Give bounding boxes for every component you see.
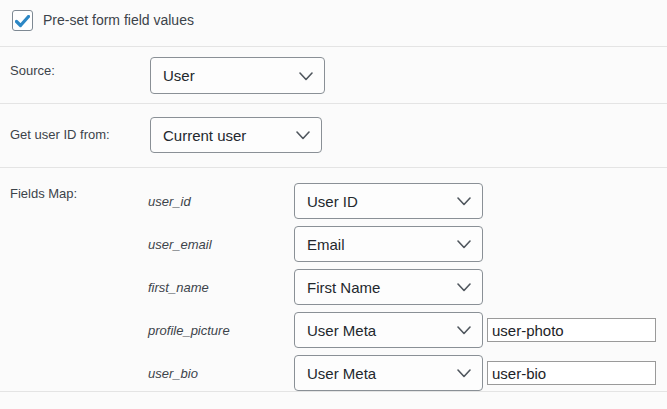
fields-map-section: Fields Map: user_id User ID user_email E… (0, 168, 667, 392)
preset-values-label: Pre-set form field values (43, 10, 194, 31)
field-map-select-profile-picture[interactable]: User Meta (294, 312, 483, 348)
meta-key-input-profile-picture[interactable] (487, 318, 656, 342)
bottom-spacer (0, 392, 667, 409)
source-label: Source: (10, 47, 150, 78)
field-map-select-value: User Meta (307, 322, 376, 339)
get-user-id-select[interactable]: Current user (150, 117, 322, 153)
field-name-label: profile_picture (148, 323, 294, 338)
get-user-id-label: Get user ID from: (10, 104, 150, 142)
fields-map-row-user-email: user_email Email (148, 226, 656, 262)
field-name-label: user_id (148, 194, 294, 209)
fields-map-row-first-name: first_name First Name (148, 269, 656, 305)
source-row: Source: User (0, 47, 667, 104)
field-name-label: user_email (148, 237, 294, 252)
field-map-select-value: Email (307, 236, 345, 253)
fields-map-label: Fields Map: (10, 183, 148, 201)
field-map-select-user-id[interactable]: User ID (294, 183, 483, 219)
fields-map-rows: user_id User ID user_email Email (148, 183, 656, 391)
chevron-down-icon (457, 326, 471, 335)
field-map-select-value: User Meta (307, 365, 376, 382)
chevron-down-icon (457, 283, 471, 292)
settings-panel: Pre-set form field values Source: User G… (0, 0, 667, 409)
checkmark-icon (15, 15, 30, 28)
preset-values-section: Pre-set form field values (0, 0, 667, 47)
source-select-value: User (163, 67, 195, 84)
field-map-select-user-email[interactable]: Email (294, 226, 483, 262)
fields-map-row-profile-picture: profile_picture User Meta (148, 312, 656, 348)
fields-map-row-user-id: user_id User ID (148, 183, 656, 219)
fields-map-row-user-bio: user_bio User Meta (148, 355, 656, 391)
field-map-select-user-bio[interactable]: User Meta (294, 355, 483, 391)
get-user-id-row: Get user ID from: Current user (0, 104, 667, 168)
get-user-id-select-value: Current user (163, 127, 246, 144)
field-name-label: user_bio (148, 366, 294, 381)
chevron-down-icon (457, 197, 471, 206)
meta-key-input-user-bio[interactable] (487, 361, 656, 385)
field-map-select-value: User ID (307, 193, 358, 210)
field-map-select-first-name[interactable]: First Name (294, 269, 483, 305)
chevron-down-icon (299, 72, 313, 81)
source-select[interactable]: User (150, 57, 325, 94)
chevron-down-icon (296, 131, 310, 140)
chevron-down-icon (457, 369, 471, 378)
preset-values-checkbox[interactable] (12, 10, 33, 31)
field-map-select-value: First Name (307, 279, 380, 296)
chevron-down-icon (457, 240, 471, 249)
field-name-label: first_name (148, 280, 294, 295)
